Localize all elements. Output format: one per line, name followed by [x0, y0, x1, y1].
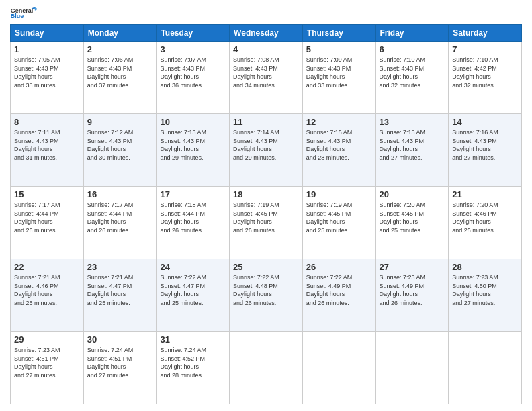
cell-info: Sunrise: 7:14 AMSunset: 4:43 PMDaylight …: [233, 129, 279, 161]
day-number: 20: [380, 189, 445, 199]
calendar-cell: 18Sunrise: 7:19 AMSunset: 4:45 PMDayligh…: [230, 187, 303, 259]
calendar-cell: 7Sunrise: 7:10 AMSunset: 4:42 PMDaylight…: [449, 42, 522, 114]
logo-icon: General Blue: [10, 7, 37, 19]
calendar-cell: [302, 332, 375, 404]
week-row-1: 1Sunrise: 7:05 AMSunset: 4:43 PMDaylight…: [11, 42, 522, 114]
calendar-cell: 22Sunrise: 7:21 AMSunset: 4:46 PMDayligh…: [11, 259, 84, 332]
cell-info: Sunrise: 7:24 AMSunset: 4:52 PMDaylight …: [160, 347, 206, 379]
cell-info: Sunrise: 7:23 AMSunset: 4:51 PMDaylight …: [14, 347, 60, 379]
calendar-cell: 9Sunrise: 7:12 AMSunset: 4:43 PMDaylight…: [83, 114, 157, 187]
day-number: 13: [380, 117, 445, 127]
day-number: 7: [452, 44, 518, 54]
day-number: 19: [306, 189, 372, 199]
header-row: SundayMondayTuesdayWednesdayThursdayFrid…: [11, 25, 522, 42]
calendar-cell: 10Sunrise: 7:13 AMSunset: 4:43 PMDayligh…: [157, 114, 230, 187]
cell-info: Sunrise: 7:06 AMSunset: 4:43 PMDaylight …: [87, 56, 134, 89]
cell-info: Sunrise: 7:21 AMSunset: 4:47 PMDaylight …: [87, 274, 134, 306]
week-row-2: 8Sunrise: 7:11 AMSunset: 4:43 PMDaylight…: [11, 114, 522, 187]
day-number: 30: [87, 334, 153, 345]
day-number: 31: [160, 334, 226, 345]
svg-marker-3: [34, 7, 37, 11]
header: General Blue: [10, 7, 522, 19]
week-row-5: 29Sunrise: 7:23 AMSunset: 4:51 PMDayligh…: [11, 332, 522, 404]
svg-text:Blue: Blue: [11, 13, 24, 19]
calendar-cell: 17Sunrise: 7:18 AMSunset: 4:44 PMDayligh…: [157, 187, 230, 259]
day-number: 18: [233, 189, 299, 199]
calendar-cell: 14Sunrise: 7:16 AMSunset: 4:43 PMDayligh…: [449, 114, 522, 187]
cell-info: Sunrise: 7:16 AMSunset: 4:43 PMDaylight …: [452, 129, 498, 161]
cell-info: Sunrise: 7:20 AMSunset: 4:45 PMDaylight …: [380, 201, 426, 234]
calendar-cell: 31Sunrise: 7:24 AMSunset: 4:52 PMDayligh…: [157, 332, 230, 404]
cell-info: Sunrise: 7:24 AMSunset: 4:51 PMDaylight …: [87, 347, 134, 379]
col-header-sunday: Sunday: [11, 25, 84, 42]
day-number: 8: [14, 117, 80, 127]
col-header-tuesday: Tuesday: [157, 25, 230, 42]
day-number: 21: [452, 189, 518, 199]
calendar-cell: 2Sunrise: 7:06 AMSunset: 4:43 PMDaylight…: [83, 42, 157, 114]
cell-info: Sunrise: 7:21 AMSunset: 4:46 PMDaylight …: [14, 274, 60, 306]
day-number: 15: [14, 189, 80, 199]
cell-info: Sunrise: 7:13 AMSunset: 4:43 PMDaylight …: [160, 129, 206, 161]
calendar-cell: 8Sunrise: 7:11 AMSunset: 4:43 PMDaylight…: [11, 114, 84, 187]
cell-info: Sunrise: 7:23 AMSunset: 4:50 PMDaylight …: [452, 274, 498, 306]
cell-info: Sunrise: 7:09 AMSunset: 4:43 PMDaylight …: [306, 56, 353, 89]
day-number: 12: [306, 117, 372, 127]
calendar-cell: [449, 332, 522, 404]
calendar-cell: 19Sunrise: 7:19 AMSunset: 4:45 PMDayligh…: [302, 187, 375, 259]
week-row-4: 22Sunrise: 7:21 AMSunset: 4:46 PMDayligh…: [11, 259, 522, 332]
day-number: 1: [14, 44, 80, 54]
day-number: 10: [160, 117, 226, 127]
calendar-cell: 4Sunrise: 7:08 AMSunset: 4:43 PMDaylight…: [230, 42, 303, 114]
cell-info: Sunrise: 7:18 AMSunset: 4:44 PMDaylight …: [160, 201, 206, 234]
cell-info: Sunrise: 7:17 AMSunset: 4:44 PMDaylight …: [14, 201, 60, 234]
day-number: 6: [380, 44, 445, 54]
cell-info: Sunrise: 7:12 AMSunset: 4:43 PMDaylight …: [87, 129, 134, 161]
day-number: 29: [14, 334, 80, 345]
calendar-cell: 29Sunrise: 7:23 AMSunset: 4:51 PMDayligh…: [11, 332, 84, 404]
cell-info: Sunrise: 7:19 AMSunset: 4:45 PMDaylight …: [233, 201, 279, 234]
cell-info: Sunrise: 7:22 AMSunset: 4:49 PMDaylight …: [306, 274, 353, 306]
cell-info: Sunrise: 7:17 AMSunset: 4:44 PMDaylight …: [87, 201, 134, 234]
cell-info: Sunrise: 7:10 AMSunset: 4:43 PMDaylight …: [380, 56, 426, 89]
day-number: 16: [87, 189, 153, 199]
day-number: 23: [87, 262, 153, 272]
cell-info: Sunrise: 7:10 AMSunset: 4:42 PMDaylight …: [452, 56, 498, 89]
calendar-cell: 24Sunrise: 7:22 AMSunset: 4:47 PMDayligh…: [157, 259, 230, 332]
cell-info: Sunrise: 7:19 AMSunset: 4:45 PMDaylight …: [306, 201, 353, 234]
cell-info: Sunrise: 7:22 AMSunset: 4:47 PMDaylight …: [160, 274, 206, 306]
cell-info: Sunrise: 7:15 AMSunset: 4:43 PMDaylight …: [380, 129, 426, 161]
calendar-cell: 21Sunrise: 7:20 AMSunset: 4:46 PMDayligh…: [449, 187, 522, 259]
calendar-cell: 23Sunrise: 7:21 AMSunset: 4:47 PMDayligh…: [83, 259, 157, 332]
calendar-cell: 27Sunrise: 7:23 AMSunset: 4:49 PMDayligh…: [375, 259, 449, 332]
cell-info: Sunrise: 7:05 AMSunset: 4:43 PMDaylight …: [14, 56, 60, 89]
day-number: 14: [452, 117, 518, 127]
calendar-cell: 3Sunrise: 7:07 AMSunset: 4:43 PMDaylight…: [157, 42, 230, 114]
day-number: 25: [233, 262, 299, 272]
day-number: 27: [380, 262, 445, 272]
calendar-cell: 15Sunrise: 7:17 AMSunset: 4:44 PMDayligh…: [11, 187, 84, 259]
calendar-cell: 13Sunrise: 7:15 AMSunset: 4:43 PMDayligh…: [375, 114, 449, 187]
cell-info: Sunrise: 7:11 AMSunset: 4:43 PMDaylight …: [14, 129, 60, 161]
calendar-cell: 30Sunrise: 7:24 AMSunset: 4:51 PMDayligh…: [83, 332, 157, 404]
day-number: 17: [160, 189, 226, 199]
cell-info: Sunrise: 7:07 AMSunset: 4:43 PMDaylight …: [160, 56, 206, 89]
day-number: 5: [306, 44, 372, 54]
col-header-wednesday: Wednesday: [230, 25, 303, 42]
calendar-cell: [230, 332, 303, 404]
day-number: 11: [233, 117, 299, 127]
calendar-cell: 25Sunrise: 7:22 AMSunset: 4:48 PMDayligh…: [230, 259, 303, 332]
calendar-cell: 11Sunrise: 7:14 AMSunset: 4:43 PMDayligh…: [230, 114, 303, 187]
cell-info: Sunrise: 7:22 AMSunset: 4:48 PMDaylight …: [233, 274, 279, 306]
day-number: 2: [87, 44, 153, 54]
cell-info: Sunrise: 7:15 AMSunset: 4:43 PMDaylight …: [306, 129, 353, 161]
calendar-cell: 12Sunrise: 7:15 AMSunset: 4:43 PMDayligh…: [302, 114, 375, 187]
cell-info: Sunrise: 7:08 AMSunset: 4:43 PMDaylight …: [233, 56, 279, 89]
calendar-cell: 28Sunrise: 7:23 AMSunset: 4:50 PMDayligh…: [449, 259, 522, 332]
calendar-page: General Blue SundayMondayTuesdayWednesda…: [0, 0, 532, 411]
day-number: 26: [306, 262, 372, 272]
col-header-friday: Friday: [375, 25, 449, 42]
calendar-cell: 5Sunrise: 7:09 AMSunset: 4:43 PMDaylight…: [302, 42, 375, 114]
calendar-cell: 20Sunrise: 7:20 AMSunset: 4:45 PMDayligh…: [375, 187, 449, 259]
col-header-monday: Monday: [83, 25, 157, 42]
col-header-thursday: Thursday: [302, 25, 375, 42]
